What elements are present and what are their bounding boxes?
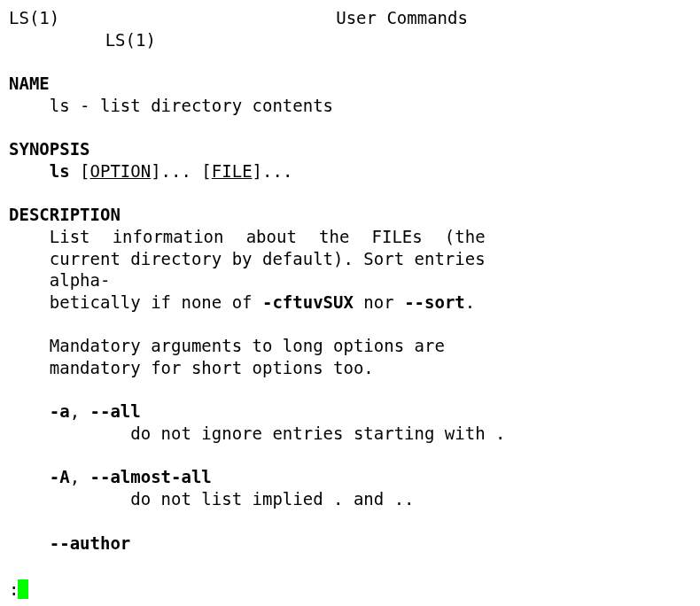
section-description-heading: DESCRIPTION (9, 204, 691, 226)
synopsis-mid: ]... [ (151, 161, 212, 181)
section-synopsis-heading: SYNOPSIS (9, 138, 691, 160)
section-description-body: List information about the FILEs (the cu… (9, 226, 691, 554)
description-p1b-line: betically if none of -cftuvSUX nor --sor… (50, 291, 691, 314)
option-a-block: -a, --all (50, 400, 691, 423)
synopsis-arg1: OPTION (90, 161, 152, 181)
option-A-short: -A (50, 467, 70, 486)
cursor (18, 579, 27, 600)
synopsis-open1: [ (70, 161, 90, 181)
description-p2b: mandatory for short options too. (50, 357, 691, 379)
option-A-block: -A, --almost-all (50, 466, 691, 488)
header-right: LS(1) (9, 29, 691, 51)
section-name-heading: NAME (9, 73, 691, 95)
option-A-sep: , (70, 467, 90, 486)
description-flags1: -cftuvSUX (262, 292, 354, 312)
description-p1c: nor (354, 292, 404, 312)
option-a-short: -a (50, 401, 70, 421)
description-p1d: . (465, 292, 475, 312)
header-left: LS(1) (9, 7, 59, 29)
synopsis-close2: ]... (253, 161, 293, 181)
description-flags2: --sort (404, 292, 465, 312)
option-A-desc: do not list implied . and .. (50, 488, 691, 510)
description-p2a: Mandatory arguments to long options are (50, 335, 691, 357)
section-synopsis-body: ls [OPTION]... [FILE]... (9, 160, 691, 183)
manpage-header: LS(1) User Commands (9, 7, 691, 29)
option-a-sep: , (70, 401, 90, 421)
description-p1b: betically if none of (50, 292, 262, 312)
option-a-desc: do not ignore entries starting with . (50, 423, 691, 445)
section-name-body: ls - list directory contents (9, 95, 691, 117)
option-a-long: --all (90, 401, 141, 421)
synopsis-cmd: ls (50, 161, 70, 181)
option-author-long: --author (50, 533, 131, 553)
option-author-block: --author (50, 532, 691, 555)
option-A-long: --almost-all (90, 467, 212, 486)
header-center: User Commands (59, 7, 691, 29)
description-p1a: List information about the FILEs (the cu… (50, 226, 486, 291)
pager-prompt[interactable]: : (9, 579, 28, 601)
synopsis-arg2: FILE (212, 161, 253, 181)
